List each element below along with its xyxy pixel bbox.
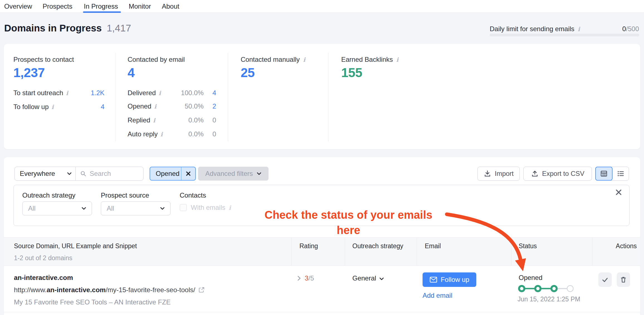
stat-row-value: 0 bbox=[213, 116, 216, 125]
stat-contacted-manually-label: Contacted manually bbox=[241, 55, 300, 64]
upload-icon bbox=[531, 170, 539, 178]
info-icon[interactable]: i bbox=[578, 26, 580, 32]
tab-overview[interactable]: Overview bbox=[4, 2, 32, 11]
stat-row-label: To start outreach bbox=[13, 88, 63, 97]
stat-earned-backlinks-value[interactable]: 155 bbox=[341, 65, 362, 80]
row-snippet: My 15 Favorite Free SEO Tools – AN Inter… bbox=[14, 298, 170, 307]
tab-about[interactable]: About bbox=[162, 2, 179, 11]
stat-row-value[interactable]: 4 bbox=[213, 88, 216, 97]
panel-close-button[interactable] bbox=[614, 188, 623, 196]
table-view-toggle[interactable] bbox=[595, 167, 613, 181]
url-path: /my-15-favorite-free-seo-tools/ bbox=[106, 286, 195, 294]
stat-row-value[interactable]: 1.2K bbox=[91, 88, 104, 97]
prospect-source-select[interactable]: All bbox=[101, 201, 170, 215]
header-divider bbox=[345, 237, 345, 266]
chevron-down-icon bbox=[160, 207, 165, 210]
stat-contacted-manually-value[interactable]: 25 bbox=[241, 65, 255, 80]
info-icon[interactable]: i bbox=[303, 57, 305, 63]
add-email-link[interactable]: Add email bbox=[423, 291, 452, 300]
row-rating[interactable]: 3/5 bbox=[297, 274, 314, 283]
info-icon[interactable]: i bbox=[158, 90, 161, 96]
stat-contacted-manually: Contacted manually i bbox=[241, 55, 305, 64]
filter-chip-label: Opened bbox=[150, 169, 181, 178]
rating-value: 3 bbox=[305, 274, 308, 282]
tab-prospects[interactable]: Prospects bbox=[43, 2, 72, 11]
stat-row: Opened i 50.0% 2 bbox=[128, 102, 216, 111]
table-view-icon bbox=[600, 170, 608, 178]
stats-divider bbox=[116, 53, 116, 141]
annotation-line1: Check the status of your emails bbox=[251, 208, 446, 221]
export-csv-button[interactable]: Export to CSV bbox=[523, 167, 592, 181]
outreach-strategy-label: Outreach strategy bbox=[22, 191, 75, 200]
stat-contacted-email-value[interactable]: 4 bbox=[128, 65, 135, 80]
export-csv-label: Export to CSV bbox=[542, 169, 584, 178]
advanced-filters-label: Advanced filters bbox=[205, 169, 253, 178]
prospect-source-label: Prospect source bbox=[101, 191, 149, 200]
app-root: Overview Prospects In Progress Monitor A… bbox=[0, 0, 644, 315]
delete-button[interactable] bbox=[617, 272, 630, 287]
import-button[interactable]: Import bbox=[477, 167, 520, 181]
stat-prospects-value[interactable]: 1,237 bbox=[13, 65, 45, 80]
with-emails-checkbox[interactable] bbox=[180, 204, 187, 211]
stat-row-label: Opened bbox=[128, 102, 151, 111]
info-icon[interactable]: i bbox=[396, 57, 398, 63]
chevron-right-icon[interactable] bbox=[297, 276, 301, 281]
daily-limit-label-row: Daily limit for sending emails i bbox=[490, 24, 580, 33]
close-icon bbox=[614, 188, 623, 196]
search-combo: Everywhere bbox=[14, 167, 143, 181]
row-divider bbox=[4, 312, 640, 312]
stat-row-label: Auto reply bbox=[128, 130, 158, 139]
domains-range-label: 1-2 out of 2 domains bbox=[14, 254, 72, 262]
col-actions: Actions bbox=[592, 242, 637, 250]
stat-contacted-email-label: Contacted by email bbox=[128, 55, 185, 64]
search-input[interactable] bbox=[89, 169, 143, 178]
filter-chip-opened[interactable]: Opened bbox=[150, 167, 196, 181]
col-source-domain: Source Domain, URL Example and Snippet bbox=[14, 242, 137, 250]
contacts-label: Contacts bbox=[180, 191, 206, 200]
info-icon[interactable]: i bbox=[153, 117, 155, 123]
info-icon[interactable]: i bbox=[160, 131, 163, 137]
search-scope-dropdown[interactable]: Everywhere bbox=[15, 167, 76, 180]
close-icon bbox=[186, 171, 191, 176]
stat-row-label: To follow up bbox=[13, 102, 49, 111]
search-icon bbox=[80, 170, 86, 177]
stat-row: Replied i 0.0% 0 bbox=[128, 116, 216, 125]
info-icon[interactable]: i bbox=[154, 104, 156, 109]
col-email: Email bbox=[425, 242, 441, 250]
list-view-toggle[interactable] bbox=[613, 167, 629, 180]
header-divider bbox=[511, 237, 511, 266]
tab-in-progress[interactable]: In Progress bbox=[84, 2, 118, 11]
advanced-filters-button[interactable]: Advanced filters bbox=[198, 167, 269, 181]
stat-row-value: 0 bbox=[213, 130, 216, 139]
page-title: Domains in Progress bbox=[4, 22, 102, 34]
daily-limit-total: /500 bbox=[626, 25, 639, 33]
chip-remove-button[interactable] bbox=[181, 167, 195, 180]
url-prefix: http://www. bbox=[14, 286, 47, 294]
external-link-icon[interactable] bbox=[198, 287, 205, 293]
row-domain[interactable]: an-interactive.com bbox=[14, 273, 73, 282]
download-icon bbox=[484, 170, 491, 178]
follow-up-label: Follow up bbox=[441, 275, 469, 284]
follow-up-button[interactable]: Follow up bbox=[423, 272, 476, 287]
info-icon[interactable]: i bbox=[52, 104, 54, 110]
stat-prospects-label: Prospects to contact bbox=[13, 55, 74, 64]
daily-limit-progressbar bbox=[490, 34, 639, 36]
stat-row: Auto reply i 0.0% 0 bbox=[128, 130, 216, 139]
page-header: Domains in Progress 1,417 bbox=[4, 22, 131, 34]
row-url[interactable]: http://www.an-interactive.com/my-15-favo… bbox=[14, 286, 205, 294]
stat-row: To follow up i 4 bbox=[13, 102, 104, 111]
url-domain: an-interactive.com bbox=[47, 286, 106, 294]
chevron-down-icon bbox=[67, 172, 72, 175]
chevron-down-icon bbox=[82, 207, 86, 210]
status-label: Opened bbox=[519, 273, 542, 282]
info-icon[interactable]: i bbox=[229, 205, 231, 211]
mark-done-button[interactable] bbox=[598, 272, 612, 287]
stat-row-value[interactable]: 4 bbox=[101, 102, 104, 111]
stat-row-value[interactable]: 2 bbox=[213, 102, 216, 111]
tab-monitor[interactable]: Monitor bbox=[129, 2, 151, 11]
row-strategy-dropdown[interactable]: General bbox=[352, 274, 384, 283]
info-icon[interactable]: i bbox=[66, 90, 68, 96]
outreach-strategy-select[interactable]: All bbox=[22, 201, 92, 215]
prospect-source-value: All bbox=[107, 204, 114, 213]
daily-limit-label: Daily limit for sending emails bbox=[490, 24, 574, 33]
